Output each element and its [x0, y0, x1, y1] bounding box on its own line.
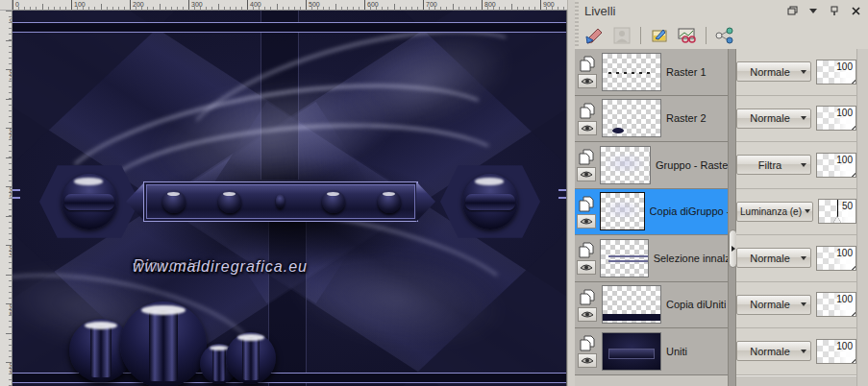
opacity-slider[interactable]: 100	[816, 339, 856, 364]
canvas-artwork[interactable]: Pinuccia www.maldiregrafica.eu	[12, 11, 567, 386]
layer-visibility-eye-icon[interactable]	[578, 121, 597, 135]
edge-accent	[558, 189, 566, 191]
panel-scrollbar[interactable]	[856, 49, 868, 386]
document-window: 0100200300400500600700800900 01002003004…	[0, 0, 567, 386]
banner-stud	[378, 190, 401, 213]
pin-button[interactable]	[826, 3, 843, 18]
opacity-slider[interactable]: 100	[816, 106, 856, 131]
blend-mode-dropdown[interactable]: Normale	[736, 109, 811, 129]
blend-mode-label: Normale	[741, 66, 799, 78]
ruler-label: 400	[247, 0, 261, 11]
blend-mode-dropdown[interactable]: Normale	[736, 61, 811, 82]
layer-mini-buttons	[575, 195, 596, 229]
layer-name: Copia diGruppo - Rast	[650, 205, 728, 217]
layer-thumbnail[interactable]	[602, 285, 661, 324]
layer-visibility-eye-icon[interactable]	[578, 74, 597, 88]
layer-pages-icon[interactable]	[578, 334, 597, 352]
layer-row[interactable]: Gruppo - Raster 3	[575, 142, 728, 189]
layer-visibility-eye-icon[interactable]	[577, 214, 596, 229]
opacity-corner-handle	[846, 74, 856, 84]
blend-mode-dropdown[interactable]: Luminanza (e)	[736, 202, 813, 222]
top-border-band	[12, 22, 567, 33]
layer-pages-icon[interactable]	[578, 102, 597, 120]
link-layers-icon[interactable]	[712, 24, 737, 47]
blend-mode-label: Normale	[741, 253, 799, 264]
layer-pages-icon[interactable]	[577, 148, 596, 166]
opacity-slider[interactable]: 100	[816, 60, 856, 84]
layer-visibility-eye-icon[interactable]	[577, 260, 596, 275]
opacity-slider[interactable]: 50	[818, 199, 856, 224]
layer-visibility-eye-icon[interactable]	[577, 167, 596, 181]
layer-thumbnail[interactable]	[600, 239, 649, 277]
edge-accent	[12, 197, 20, 199]
blend-mode-dropdown[interactable]: Normale	[736, 341, 811, 361]
blend-mode-label: Normale	[741, 112, 799, 124]
layer-thumbnail[interactable]	[600, 192, 645, 230]
layer-thumbnail[interactable]	[602, 332, 661, 371]
new-layer-icon[interactable]	[647, 24, 672, 47]
ruler-corner	[0, 0, 12, 11]
blend-mode-dropdown[interactable]: Normale	[736, 295, 811, 315]
blend-mode-dropdown[interactable]: Normale	[736, 248, 811, 268]
toolbar-separator	[706, 27, 707, 44]
left-knob	[62, 174, 117, 229]
layer-visibility-eye-icon[interactable]	[578, 307, 597, 322]
layer-pages-icon[interactable]	[578, 288, 597, 306]
opacity-value: 100	[836, 61, 853, 72]
window-gap	[567, 0, 575, 386]
chevron-down-icon	[801, 70, 806, 74]
layer-row[interactable]: Raster 2	[575, 96, 728, 143]
layer-row[interactable]: Copia diGruppo - Rast	[575, 189, 728, 236]
layer-thumbnail[interactable]	[602, 53, 661, 91]
edit-pencil-icon[interactable]	[582, 24, 607, 47]
layer-visibility-eye-icon[interactable]	[578, 353, 597, 368]
layer-pages-icon[interactable]	[577, 195, 596, 213]
layer-control-row: Filtra 100	[736, 142, 856, 189]
layer-thumbnail[interactable]	[602, 99, 661, 137]
panel-toolbar	[579, 21, 868, 49]
layer-row[interactable]: Selezione innalzata	[575, 235, 728, 282]
restore-button[interactable]	[783, 3, 801, 18]
layer-name: Raster 2	[666, 112, 707, 124]
layer-row[interactable]: Raster 1	[575, 49, 728, 96]
layer-row[interactable]: Uniti	[575, 328, 728, 375]
layer-mini-buttons	[575, 241, 596, 275]
chevron-down-icon	[801, 256, 806, 260]
opacity-slider[interactable]: 100	[816, 246, 856, 271]
opacity-slider[interactable]: 100	[816, 292, 856, 317]
layer-name: Raster 1	[666, 66, 707, 78]
blend-mode-dropdown[interactable]: Filtra	[736, 155, 811, 175]
layer-name: Gruppo - Raster 3	[656, 159, 728, 171]
opacity-value: 100	[836, 294, 853, 304]
ruler-label: 700	[423, 0, 437, 11]
app-window: 0100200300400500600700800900 01002003004…	[0, 0, 868, 386]
opacity-value: 100	[836, 248, 853, 258]
banner-oval-stud	[276, 194, 285, 208]
layer-row[interactable]: Copia diUniti	[575, 282, 728, 329]
opacity-slider-handle	[837, 200, 838, 223]
layer-control-row: Normale 100	[736, 49, 856, 96]
mask-person-icon[interactable]	[609, 24, 634, 47]
close-icon[interactable]	[847, 3, 864, 18]
layer-thumbnail[interactable]	[600, 146, 651, 184]
layer-pages-icon[interactable]	[577, 241, 596, 259]
sphere-pin	[226, 332, 276, 384]
sphere-pin	[120, 302, 207, 386]
chevron-down-icon	[805, 209, 810, 213]
layer-control-row: Normale 100	[736, 282, 856, 329]
panel-splitter[interactable]	[728, 49, 736, 386]
menu-arrow-button[interactable]	[805, 3, 822, 18]
layer-pages-icon[interactable]	[578, 55, 597, 73]
chevron-down-icon	[801, 116, 806, 120]
layer-view-icon[interactable]	[675, 24, 700, 47]
chevron-right-icon	[732, 246, 735, 252]
opacity-slider[interactable]: 100	[816, 153, 856, 178]
layer-control-row: Normale 100	[736, 96, 856, 143]
layers-panel: Livelli	[575, 0, 868, 386]
ruler-label: 0	[12, 0, 19, 11]
opacity-value: 50	[842, 201, 853, 211]
horizontal-ruler: 0100200300400500600700800900	[12, 0, 567, 11]
banner-chevron-right	[416, 181, 435, 222]
ruler-label: 500	[306, 0, 320, 11]
blend-mode-label: Normale	[741, 299, 799, 310]
